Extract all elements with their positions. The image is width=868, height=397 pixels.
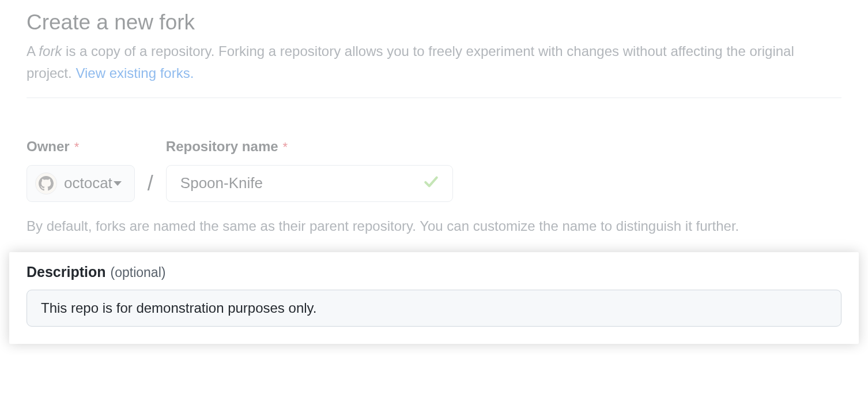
owner-name: octocat	[64, 174, 112, 192]
repo-name-value: Spoon-Knife	[180, 174, 263, 192]
owner-select-button[interactable]: octocat	[27, 165, 135, 202]
owner-avatar-icon	[35, 173, 57, 194]
repo-name-help-text: By default, forks are named the same as …	[27, 215, 787, 238]
repo-name-label: Repository name	[166, 138, 278, 155]
description-section: Description (optional)	[9, 252, 859, 344]
page-subtitle: A fork is a copy of a repository. Forkin…	[27, 40, 841, 85]
page-title: Create a new fork	[27, 10, 841, 35]
repo-name-group: Repository name * Spoon-Knife	[166, 138, 453, 202]
divider	[27, 98, 841, 98]
check-icon	[424, 173, 439, 194]
view-existing-forks-link[interactable]: View existing forks.	[76, 65, 194, 81]
subtitle-emphasis: fork	[39, 43, 62, 59]
slash-separator: /	[135, 165, 166, 202]
owner-repo-row: Owner * octocat / Repository name * Spoo…	[27, 138, 841, 202]
owner-group: Owner * octocat	[27, 138, 135, 202]
required-asterisk: *	[283, 140, 288, 155]
owner-label: Owner	[27, 138, 70, 155]
description-input[interactable]	[27, 290, 841, 327]
description-label: Description	[27, 264, 106, 280]
repo-name-input[interactable]: Spoon-Knife	[166, 165, 453, 202]
caret-down-icon	[114, 181, 122, 186]
subtitle-prefix: A	[27, 43, 39, 59]
optional-label: (optional)	[111, 265, 166, 280]
required-asterisk: *	[74, 140, 80, 155]
